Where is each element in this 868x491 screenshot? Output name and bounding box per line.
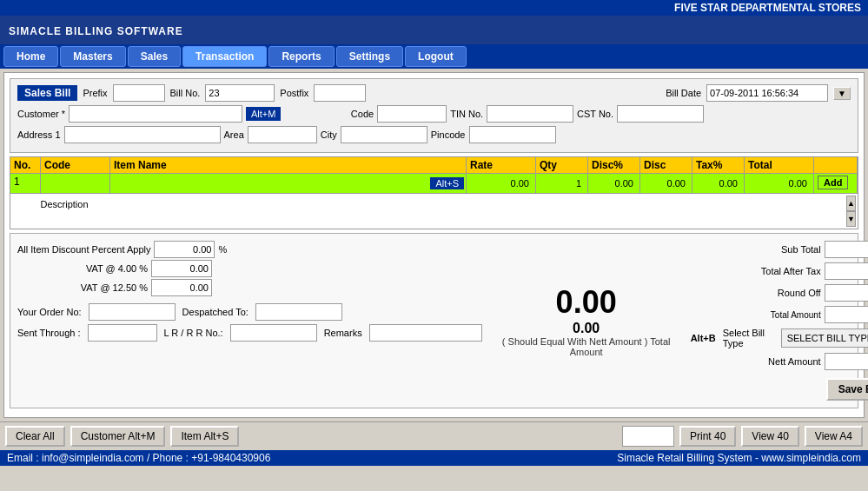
vat2-row: VAT @ 12.50 % xyxy=(17,279,482,296)
row-tax-pct-cell[interactable] xyxy=(692,174,745,193)
cst-label: CST No. xyxy=(577,109,613,119)
sent-through-input[interactable] xyxy=(88,324,157,342)
discount-input[interactable] xyxy=(154,241,215,258)
code-label: Code xyxy=(351,109,374,119)
pincode-input[interactable] xyxy=(469,126,556,143)
tin-label: TIN No. xyxy=(450,109,483,119)
row-code-input[interactable] xyxy=(44,176,106,191)
row-qty-input[interactable] xyxy=(540,176,584,191)
menu-masters[interactable]: Masters xyxy=(60,46,125,67)
scroll-up-btn[interactable]: ▲ xyxy=(846,196,856,211)
bottom-bar: Clear All Customer Alt+M Item Alt+S Prin… xyxy=(0,421,868,450)
customer-row: Customer * Alt+M Code TIN No. CST No. xyxy=(17,105,851,123)
row-disc-pct-cell[interactable] xyxy=(588,174,640,193)
print40-btn[interactable]: Print 40 xyxy=(679,426,736,447)
round-off-input[interactable] xyxy=(825,284,868,302)
row-rate-input[interactable] xyxy=(470,176,532,191)
row-disc-pct-input[interactable] xyxy=(592,176,636,191)
calc-left: All Item Discount Percent Apply % VAT @ … xyxy=(17,241,482,401)
table-row: 1 Alt+S Add xyxy=(10,174,858,194)
total-amount-input[interactable] xyxy=(825,306,868,323)
view40-btn[interactable]: View 40 xyxy=(741,426,798,447)
menu-reports[interactable]: Reports xyxy=(268,46,334,67)
customer-altm-btn[interactable]: Customer Alt+M xyxy=(70,426,166,447)
round-off-row: Round Off xyxy=(691,284,868,302)
items-table: No. Code Item Name Rate Qty Disc% Disc T… xyxy=(10,156,858,229)
altm-btn[interactable]: Alt+M xyxy=(246,107,281,121)
postfix-input[interactable] xyxy=(314,84,366,102)
col-total: Total xyxy=(745,157,814,173)
your-order-label: Your Order No: xyxy=(17,307,82,317)
vat2-input[interactable] xyxy=(151,279,212,296)
discount-row: All Item Discount Percent Apply % xyxy=(17,241,482,258)
your-order-input[interactable] xyxy=(89,303,176,321)
row-code[interactable] xyxy=(41,174,110,193)
total-amount-row: Total Amount xyxy=(691,306,868,323)
bill-date-label: Bill Date xyxy=(666,88,701,98)
row-disc-input[interactable] xyxy=(644,176,688,191)
pincode-label: Pincode xyxy=(431,129,466,140)
nett-amount-label: Nett Amount xyxy=(691,356,821,367)
row-total-cell[interactable] xyxy=(745,174,814,193)
sales-bill-row: Sales Bill Prefix Bill No. Postfix Bill … xyxy=(17,84,851,102)
vat2-label: VAT @ 12.50 % xyxy=(17,282,148,293)
menu-settings[interactable]: Settings xyxy=(336,46,403,67)
col-tax-pct: Tax% xyxy=(692,157,745,173)
calc-right: Sub Total Total After Tax Round Off Tota… xyxy=(691,241,868,401)
lr-input[interactable] xyxy=(230,324,317,342)
col-item-name: Item Name xyxy=(110,157,467,173)
remarks-input[interactable] xyxy=(369,324,482,342)
total-after-tax-label: Total After Tax xyxy=(691,266,821,276)
address-input[interactable] xyxy=(64,126,221,143)
row-qty-cell[interactable] xyxy=(536,174,588,193)
row-disc-cell[interactable] xyxy=(640,174,692,193)
menu-logout[interactable]: Logout xyxy=(405,46,467,67)
row-item-name-input[interactable] xyxy=(112,176,430,191)
menu-sales[interactable]: Sales xyxy=(128,46,181,67)
total-after-tax-row: Total After Tax xyxy=(691,262,868,280)
select-bill-row: Alt+B Select Bill Type SELECT BILL TYPE … xyxy=(691,328,868,348)
row-item-name-cell: Alt+S xyxy=(110,174,467,193)
round-off-label: Round Off xyxy=(691,288,821,298)
prefix-input[interactable] xyxy=(113,84,165,102)
customer-input[interactable] xyxy=(69,105,242,123)
despatched-label: Despatched To: xyxy=(182,307,248,317)
row-rate-cell[interactable] xyxy=(467,174,536,193)
tin-input[interactable] xyxy=(487,105,573,123)
sub-total-input[interactable] xyxy=(825,241,868,258)
menu-home[interactable]: Home xyxy=(3,46,58,67)
menu-transaction[interactable]: Transaction xyxy=(182,46,267,67)
bill-date-input[interactable] xyxy=(706,84,828,102)
cst-input[interactable] xyxy=(617,105,704,123)
despatched-input[interactable] xyxy=(255,303,342,321)
viewa4-btn[interactable]: View A4 xyxy=(805,426,863,447)
store-name: FIVE STAR DEPARTMENTAL STORES xyxy=(674,2,861,14)
col-disc: Disc xyxy=(640,157,692,173)
main-content: Sales Bill Prefix Bill No. Postfix Bill … xyxy=(3,72,865,418)
description-textarea[interactable] xyxy=(116,196,846,227)
city-input[interactable] xyxy=(341,126,427,143)
select-bill-type[interactable]: SELECT BILL TYPE GST Bill Regular Bill xyxy=(781,328,868,348)
add-btn[interactable]: Add xyxy=(818,176,848,189)
clear-all-btn[interactable]: Clear All xyxy=(5,426,65,447)
address-row: Address 1 Area City Pincode xyxy=(17,126,851,143)
code-input[interactable] xyxy=(377,105,447,123)
print-qty-input[interactable] xyxy=(622,426,674,447)
vat1-input[interactable] xyxy=(151,260,212,277)
save-bill-btn[interactable]: Save Bill xyxy=(826,378,868,401)
save-row: Save Bill xyxy=(691,378,868,401)
row-total-input[interactable] xyxy=(748,176,810,191)
sub-total-row: Sub Total xyxy=(691,241,868,258)
scroll-down-btn[interactable]: ▼ xyxy=(846,211,856,227)
row-add-cell[interactable]: Add xyxy=(814,174,858,193)
calendar-btn[interactable]: ▼ xyxy=(833,87,851,100)
alts-btn[interactable]: Alt+S xyxy=(430,177,464,189)
select-bill-label: Select Bill Type xyxy=(723,328,774,348)
area-input[interactable] xyxy=(248,126,317,143)
row-tax-pct-input[interactable] xyxy=(696,176,740,191)
item-alts-btn[interactable]: Item Alt+S xyxy=(170,426,239,447)
altb-label: Alt+B xyxy=(691,333,716,343)
bill-no-input[interactable] xyxy=(205,84,275,102)
nett-amount-input[interactable] xyxy=(825,353,868,370)
total-after-tax-input[interactable] xyxy=(825,262,868,280)
